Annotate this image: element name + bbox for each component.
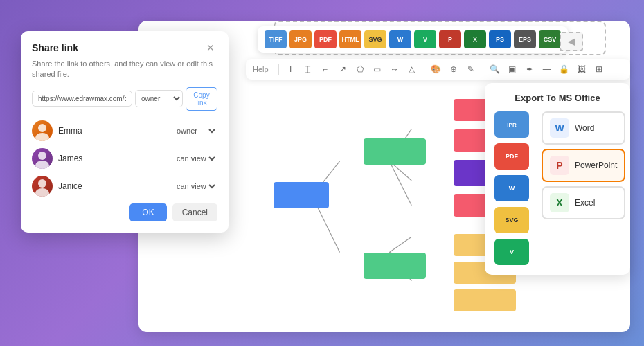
tool-grid[interactable]: ⊞	[591, 62, 607, 77]
tool-dash[interactable]: —	[539, 62, 555, 77]
dialog-actions: OK Cancel	[32, 203, 217, 221]
user-name-james: James	[58, 154, 168, 163]
format-tiff[interactable]: TIFF	[265, 30, 287, 48]
mini-icon-pdf[interactable]: PDF	[494, 143, 529, 170]
tool-fill[interactable]: 🎨	[429, 62, 444, 77]
export-main-options: W Word P PowerPoint X Excel	[542, 111, 625, 219]
user-name-emma: Emma	[58, 126, 168, 136]
tool-image[interactable]: 🖼	[574, 62, 589, 77]
node-branch1[interactable]	[364, 138, 426, 165]
format-excel[interactable]: X	[464, 30, 486, 48]
excel-label: Excel	[575, 198, 595, 208]
permission-james[interactable]: owner can view	[174, 154, 217, 163]
tool-edit[interactable]: ✎	[463, 62, 478, 77]
user-name-janice: Janice	[58, 181, 168, 191]
tool-bar: Help T ⌶ ⌐ ↗ ⬠ ▭ ↔ △ 🎨 ⊕ ✎ 🔍 ▣ ✒ — 🔒 🖼 ⊞	[246, 59, 630, 80]
dialog-description: Share the link to others, and they can v…	[32, 59, 217, 80]
tool-rect[interactable]: ▭	[370, 62, 385, 77]
tool-frame[interactable]: ▣	[505, 62, 520, 77]
svg-point-14	[35, 188, 49, 197]
mini-icon-ipr[interactable]: IPR	[494, 111, 529, 138]
node-branch2[interactable]	[364, 253, 426, 279]
tool-resize[interactable]: ↔	[387, 62, 402, 77]
avatar-james	[32, 148, 53, 169]
dialog-header: Share link ✕	[32, 42, 217, 53]
tool-textbox[interactable]: ⌶	[301, 62, 316, 77]
svg-point-13	[38, 179, 46, 188]
format-csv[interactable]: CSV	[539, 30, 561, 48]
svg-point-9	[38, 124, 46, 132]
help-label: Help	[253, 65, 269, 73]
avatar-janice	[32, 176, 53, 197]
format-pdf[interactable]: PDF	[314, 30, 337, 48]
export-mini-icons: IPR PDF W SVG V	[494, 111, 536, 265]
format-eps[interactable]: EPS	[514, 30, 536, 48]
tool-text[interactable]: T	[283, 62, 298, 77]
export-panel: Export To MS Office IPR PDF W SVG V W Wo…	[485, 83, 630, 275]
format-jpg[interactable]: JPG	[289, 30, 312, 48]
svg-point-12	[35, 161, 49, 169]
mini-icon-visio[interactable]: V	[494, 239, 529, 265]
avatar-emma	[32, 120, 53, 141]
cancel-button[interactable]: Cancel	[172, 203, 217, 221]
link-row: owner can view can edit Copy link	[32, 87, 217, 111]
word-icon: W	[550, 118, 569, 138]
tool-zoom[interactable]: 🔍	[488, 62, 503, 77]
svg-point-11	[38, 152, 46, 160]
node-root[interactable]	[274, 182, 329, 208]
word-label: Word	[575, 123, 594, 133]
powerpoint-label: PowerPoint	[575, 161, 617, 170]
ok-button[interactable]: OK	[129, 203, 166, 221]
close-icon[interactable]: ✕	[204, 42, 217, 53]
node-sub2c[interactable]	[454, 289, 516, 311]
export-option-powerpoint[interactable]: P PowerPoint	[542, 149, 625, 182]
export-panel-title: Export To MS Office	[494, 93, 620, 103]
format-toolbar: TIFF JPG PDF HTML SVG W V P X PS EPS CSV	[258, 26, 568, 53]
user-row-james: James owner can view	[32, 148, 217, 169]
arrow-indicator: ◄	[560, 35, 583, 49]
svg-point-10	[35, 133, 49, 141]
tool-plus[interactable]: ⊕	[446, 62, 461, 77]
tool-triangle[interactable]: △	[404, 62, 420, 77]
permission-janice[interactable]: owner can view	[174, 181, 217, 191]
tool-lock[interactable]: 🔒	[557, 62, 572, 77]
excel-icon: X	[550, 193, 569, 212]
export-option-word[interactable]: W Word	[542, 111, 625, 145]
tool-line[interactable]: ⌐	[318, 62, 333, 77]
user-row-janice: Janice owner can view	[32, 176, 217, 197]
dialog-title: Share link	[32, 42, 78, 53]
mini-icon-svg[interactable]: SVG	[494, 207, 529, 233]
tool-shape[interactable]: ⬠	[352, 62, 368, 77]
permission-emma[interactable]: owner can view	[174, 126, 217, 136]
format-html[interactable]: HTML	[339, 30, 361, 48]
format-ps[interactable]: PS	[489, 30, 511, 48]
mini-icon-word-small[interactable]: W	[494, 175, 529, 201]
copy-link-button[interactable]: Copy link	[186, 87, 217, 111]
format-svg[interactable]: SVG	[364, 30, 386, 48]
permission-select[interactable]: owner can view can edit	[135, 90, 183, 107]
export-option-excel[interactable]: X Excel	[542, 186, 625, 219]
powerpoint-icon: P	[550, 156, 569, 175]
format-ppt[interactable]: P	[439, 30, 461, 48]
svg-line-5	[389, 161, 411, 206]
tool-pen[interactable]: ✒	[522, 62, 537, 77]
format-visio[interactable]: V	[414, 30, 436, 48]
svg-line-6	[389, 237, 411, 252]
share-dialog: Share link ✕ Share the link to others, a…	[21, 31, 229, 233]
diagram-canvas	[246, 80, 478, 332]
format-word[interactable]: W	[389, 30, 411, 48]
tool-arrow[interactable]: ↗	[335, 62, 350, 77]
user-row-emma: Emma owner can view	[32, 120, 217, 141]
link-input[interactable]	[32, 91, 132, 107]
